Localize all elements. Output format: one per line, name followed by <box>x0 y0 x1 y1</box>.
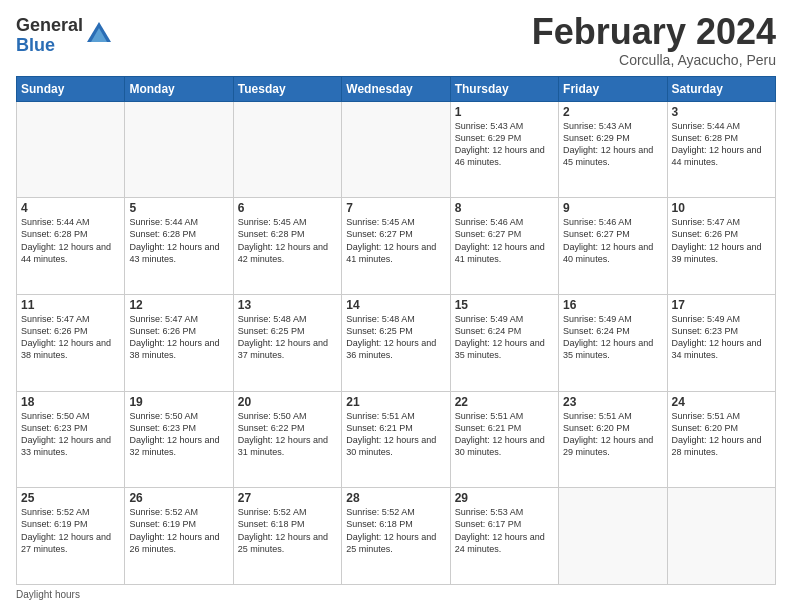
calendar-cell: 19Sunrise: 5:50 AM Sunset: 6:23 PM Dayli… <box>125 391 233 488</box>
day-info: Sunrise: 5:44 AM Sunset: 6:28 PM Dayligh… <box>129 216 228 265</box>
day-number: 14 <box>346 298 445 312</box>
day-number: 2 <box>563 105 662 119</box>
header: General Blue February 2024 Corculla, Aya… <box>16 12 776 68</box>
calendar-cell: 15Sunrise: 5:49 AM Sunset: 6:24 PM Dayli… <box>450 294 558 391</box>
day-info: Sunrise: 5:44 AM Sunset: 6:28 PM Dayligh… <box>21 216 120 265</box>
weekday-header-thursday: Thursday <box>450 76 558 101</box>
day-info: Sunrise: 5:44 AM Sunset: 6:28 PM Dayligh… <box>672 120 771 169</box>
day-info: Sunrise: 5:53 AM Sunset: 6:17 PM Dayligh… <box>455 506 554 555</box>
day-number: 16 <box>563 298 662 312</box>
calendar-cell: 16Sunrise: 5:49 AM Sunset: 6:24 PM Dayli… <box>559 294 667 391</box>
logo-general-text: General <box>16 16 83 36</box>
day-number: 1 <box>455 105 554 119</box>
day-number: 23 <box>563 395 662 409</box>
day-number: 18 <box>21 395 120 409</box>
calendar-cell: 8Sunrise: 5:46 AM Sunset: 6:27 PM Daylig… <box>450 198 558 295</box>
footer-note: Daylight hours <box>16 589 776 600</box>
day-number: 19 <box>129 395 228 409</box>
weekday-header-monday: Monday <box>125 76 233 101</box>
day-info: Sunrise: 5:45 AM Sunset: 6:28 PM Dayligh… <box>238 216 337 265</box>
calendar-cell <box>17 101 125 198</box>
day-number: 3 <box>672 105 771 119</box>
calendar-cell <box>125 101 233 198</box>
day-info: Sunrise: 5:46 AM Sunset: 6:27 PM Dayligh… <box>455 216 554 265</box>
day-info: Sunrise: 5:45 AM Sunset: 6:27 PM Dayligh… <box>346 216 445 265</box>
weekday-header-saturday: Saturday <box>667 76 775 101</box>
day-number: 6 <box>238 201 337 215</box>
calendar-cell: 29Sunrise: 5:53 AM Sunset: 6:17 PM Dayli… <box>450 488 558 585</box>
calendar-cell: 23Sunrise: 5:51 AM Sunset: 6:20 PM Dayli… <box>559 391 667 488</box>
day-info: Sunrise: 5:50 AM Sunset: 6:23 PM Dayligh… <box>21 410 120 459</box>
calendar-cell <box>559 488 667 585</box>
day-number: 15 <box>455 298 554 312</box>
calendar-cell: 3Sunrise: 5:44 AM Sunset: 6:28 PM Daylig… <box>667 101 775 198</box>
calendar-cell: 22Sunrise: 5:51 AM Sunset: 6:21 PM Dayli… <box>450 391 558 488</box>
calendar-cell: 12Sunrise: 5:47 AM Sunset: 6:26 PM Dayli… <box>125 294 233 391</box>
day-number: 13 <box>238 298 337 312</box>
day-info: Sunrise: 5:48 AM Sunset: 6:25 PM Dayligh… <box>238 313 337 362</box>
daylight-hours-label: Daylight hours <box>16 589 80 600</box>
day-info: Sunrise: 5:51 AM Sunset: 6:21 PM Dayligh… <box>455 410 554 459</box>
day-number: 4 <box>21 201 120 215</box>
calendar-cell: 21Sunrise: 5:51 AM Sunset: 6:21 PM Dayli… <box>342 391 450 488</box>
day-number: 27 <box>238 491 337 505</box>
day-info: Sunrise: 5:47 AM Sunset: 6:26 PM Dayligh… <box>672 216 771 265</box>
day-info: Sunrise: 5:50 AM Sunset: 6:22 PM Dayligh… <box>238 410 337 459</box>
day-info: Sunrise: 5:51 AM Sunset: 6:20 PM Dayligh… <box>563 410 662 459</box>
weekday-header-row: SundayMondayTuesdayWednesdayThursdayFrid… <box>17 76 776 101</box>
calendar-cell: 14Sunrise: 5:48 AM Sunset: 6:25 PM Dayli… <box>342 294 450 391</box>
calendar-cell: 17Sunrise: 5:49 AM Sunset: 6:23 PM Dayli… <box>667 294 775 391</box>
day-info: Sunrise: 5:50 AM Sunset: 6:23 PM Dayligh… <box>129 410 228 459</box>
page: General Blue February 2024 Corculla, Aya… <box>0 0 792 612</box>
day-info: Sunrise: 5:43 AM Sunset: 6:29 PM Dayligh… <box>563 120 662 169</box>
day-number: 17 <box>672 298 771 312</box>
week-row-1: 1Sunrise: 5:43 AM Sunset: 6:29 PM Daylig… <box>17 101 776 198</box>
day-info: Sunrise: 5:52 AM Sunset: 6:19 PM Dayligh… <box>21 506 120 555</box>
day-number: 29 <box>455 491 554 505</box>
day-info: Sunrise: 5:49 AM Sunset: 6:23 PM Dayligh… <box>672 313 771 362</box>
day-number: 8 <box>455 201 554 215</box>
calendar-cell: 2Sunrise: 5:43 AM Sunset: 6:29 PM Daylig… <box>559 101 667 198</box>
calendar-cell: 24Sunrise: 5:51 AM Sunset: 6:20 PM Dayli… <box>667 391 775 488</box>
day-number: 21 <box>346 395 445 409</box>
week-row-3: 11Sunrise: 5:47 AM Sunset: 6:26 PM Dayli… <box>17 294 776 391</box>
calendar-cell: 20Sunrise: 5:50 AM Sunset: 6:22 PM Dayli… <box>233 391 341 488</box>
day-info: Sunrise: 5:47 AM Sunset: 6:26 PM Dayligh… <box>21 313 120 362</box>
day-info: Sunrise: 5:46 AM Sunset: 6:27 PM Dayligh… <box>563 216 662 265</box>
week-row-2: 4Sunrise: 5:44 AM Sunset: 6:28 PM Daylig… <box>17 198 776 295</box>
weekday-header-wednesday: Wednesday <box>342 76 450 101</box>
calendar-cell: 5Sunrise: 5:44 AM Sunset: 6:28 PM Daylig… <box>125 198 233 295</box>
day-info: Sunrise: 5:52 AM Sunset: 6:19 PM Dayligh… <box>129 506 228 555</box>
calendar-table: SundayMondayTuesdayWednesdayThursdayFrid… <box>16 76 776 585</box>
logo-blue-text: Blue <box>16 36 83 56</box>
calendar-cell: 11Sunrise: 5:47 AM Sunset: 6:26 PM Dayli… <box>17 294 125 391</box>
calendar-cell: 4Sunrise: 5:44 AM Sunset: 6:28 PM Daylig… <box>17 198 125 295</box>
day-number: 12 <box>129 298 228 312</box>
weekday-header-tuesday: Tuesday <box>233 76 341 101</box>
day-number: 5 <box>129 201 228 215</box>
location: Corculla, Ayacucho, Peru <box>532 52 776 68</box>
weekday-header-sunday: Sunday <box>17 76 125 101</box>
day-info: Sunrise: 5:52 AM Sunset: 6:18 PM Dayligh… <box>238 506 337 555</box>
day-info: Sunrise: 5:51 AM Sunset: 6:20 PM Dayligh… <box>672 410 771 459</box>
title-block: February 2024 Corculla, Ayacucho, Peru <box>532 12 776 68</box>
calendar-cell: 25Sunrise: 5:52 AM Sunset: 6:19 PM Dayli… <box>17 488 125 585</box>
day-number: 10 <box>672 201 771 215</box>
day-info: Sunrise: 5:43 AM Sunset: 6:29 PM Dayligh… <box>455 120 554 169</box>
month-title: February 2024 <box>532 12 776 52</box>
calendar-cell: 18Sunrise: 5:50 AM Sunset: 6:23 PM Dayli… <box>17 391 125 488</box>
day-number: 26 <box>129 491 228 505</box>
calendar-cell: 7Sunrise: 5:45 AM Sunset: 6:27 PM Daylig… <box>342 198 450 295</box>
calendar-cell: 10Sunrise: 5:47 AM Sunset: 6:26 PM Dayli… <box>667 198 775 295</box>
day-info: Sunrise: 5:49 AM Sunset: 6:24 PM Dayligh… <box>455 313 554 362</box>
calendar-cell: 27Sunrise: 5:52 AM Sunset: 6:18 PM Dayli… <box>233 488 341 585</box>
day-number: 9 <box>563 201 662 215</box>
day-info: Sunrise: 5:52 AM Sunset: 6:18 PM Dayligh… <box>346 506 445 555</box>
day-info: Sunrise: 5:47 AM Sunset: 6:26 PM Dayligh… <box>129 313 228 362</box>
week-row-4: 18Sunrise: 5:50 AM Sunset: 6:23 PM Dayli… <box>17 391 776 488</box>
calendar-cell: 1Sunrise: 5:43 AM Sunset: 6:29 PM Daylig… <box>450 101 558 198</box>
calendar-cell <box>667 488 775 585</box>
week-row-5: 25Sunrise: 5:52 AM Sunset: 6:19 PM Dayli… <box>17 488 776 585</box>
day-number: 28 <box>346 491 445 505</box>
day-number: 22 <box>455 395 554 409</box>
